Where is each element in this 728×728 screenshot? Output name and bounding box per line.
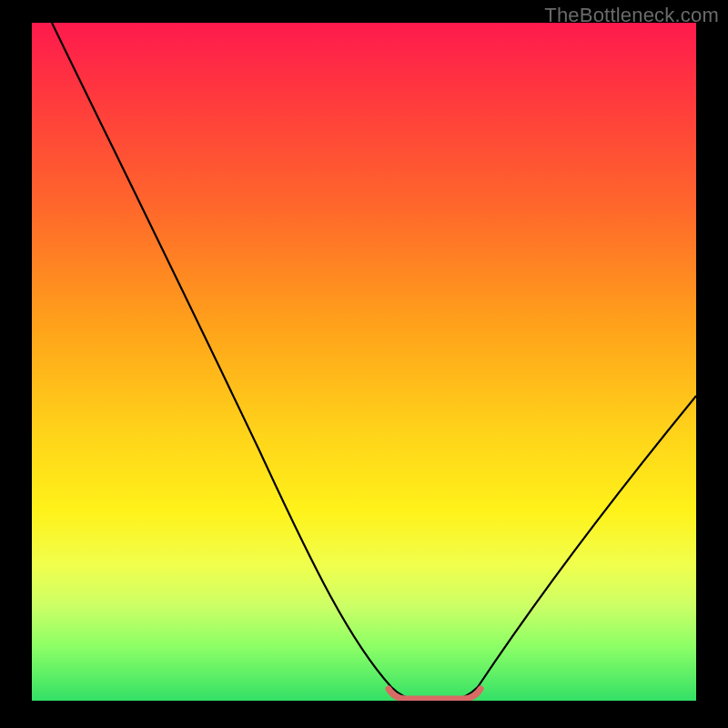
plot-area <box>32 23 696 701</box>
bottleneck-curve-path <box>52 23 696 700</box>
curve-svg <box>32 23 696 701</box>
flat-zone-marker-path <box>389 689 480 699</box>
chart-frame: TheBottleneck.com <box>0 0 728 728</box>
